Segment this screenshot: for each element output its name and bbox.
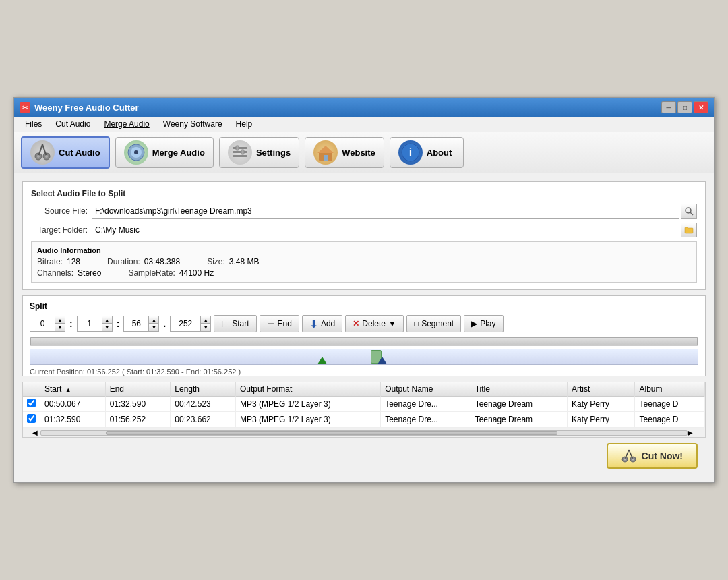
hours-up[interactable]: ▲ [55,316,65,324]
menu-weeny-software[interactable]: Weeny Software [158,118,228,130]
row-checkbox[interactable] [27,414,36,423]
minutes-up[interactable]: ▲ [102,316,112,324]
svg-rect-13 [241,150,244,154]
end-icon: ⊣ [267,318,275,329]
source-browse-button[interactable] [681,204,697,219]
hours-input[interactable] [30,316,55,331]
row-output-name: Teenage Dre... [381,412,471,428]
segments-table: Start ▲ End Length Output Format Output … [23,382,705,428]
menu-files[interactable]: Files [20,118,47,130]
seconds-down[interactable]: ▼ [149,324,158,331]
ms-up[interactable]: ▲ [201,316,210,324]
minutes-input[interactable] [78,316,102,331]
col-length[interactable]: Length [171,382,236,397]
bitrate-label: Bitrate: [37,257,63,266]
scroll-right[interactable]: ▶ [688,429,696,436]
ms-down[interactable]: ▼ [201,324,210,331]
ms-spinner[interactable]: ▲ ▼ [170,316,211,332]
toolbar-cut-audio[interactable]: Cut Audio [21,136,110,169]
cut-now-icon [621,448,636,463]
delete-button[interactable]: ✕ Delete ▼ [345,315,404,332]
waveform-area[interactable] [30,349,698,365]
maximize-button[interactable]: □ [677,101,692,113]
add-label: Add [321,319,335,328]
about-label: About [427,148,452,158]
add-button[interactable]: ⬇ Add [302,315,342,332]
col-output-name[interactable]: Output Name [381,382,471,397]
size-value: 3.48 MB [229,257,260,266]
col-title[interactable]: Title [471,382,567,397]
col-start[interactable]: Start ▲ [40,382,106,397]
split-title: Split [30,301,698,311]
row-album: Teenage D [635,397,705,412]
row-checkbox-cell [23,397,40,412]
svg-point-25 [624,459,626,461]
waveform-scrollbar[interactable] [30,337,698,346]
window-title: Weeny Free Audio Cutter [34,103,139,113]
website-icon [313,140,338,165]
cut-now-label: Cut Now! [642,451,683,461]
cut-now-button[interactable]: Cut Now! [607,443,698,469]
segment-label: Segment [421,319,454,328]
row-title: Teenage Dream [471,412,567,428]
row-start: 00:50.067 [40,397,106,412]
scroll-track[interactable] [40,430,688,436]
toolbar-settings[interactable]: Settings [219,137,299,168]
start-button[interactable]: ⊢ Start [214,315,256,332]
col-artist[interactable]: Artist [567,382,635,397]
delete-icon: ✕ [353,319,359,328]
row-checkbox-cell [23,412,40,428]
col-end[interactable]: End [105,382,171,397]
main-content: Select Audio File to Split Source File: … [14,173,714,482]
toolbar-about[interactable]: i About [390,137,464,168]
col-format[interactable]: Output Format [236,382,381,397]
minutes-spinner-btns: ▲ ▼ [102,316,112,331]
table-row: 00:50.067 01:32.590 00:42.523 MP3 (MPEG … [23,397,705,412]
waveform-container: Current Position: 01:56.252 ( Start: 01:… [30,337,698,370]
scroll-left[interactable]: ◀ [32,429,40,436]
toolbar-website[interactable]: Website [305,137,384,168]
menu-merge-audio[interactable]: Merge Audio [98,118,154,130]
source-label: Source File: [31,206,92,216]
bottom-bar: Cut Now! [22,438,706,474]
minutes-down[interactable]: ▼ [102,324,112,331]
source-section-title: Select Audio File to Split [31,189,697,198]
sep-1: : [69,318,73,329]
close-button[interactable]: ✕ [694,101,708,113]
menu-cut-audio[interactable]: Cut Audio [50,118,96,130]
svg-line-20 [690,212,693,215]
hours-spinner-btns: ▲ ▼ [55,316,65,331]
minimize-button[interactable]: ─ [661,101,676,113]
seconds-input[interactable] [124,316,148,331]
sep-3: . [163,318,166,329]
row-album: Teenage D [635,412,705,428]
svg-point-5 [45,155,48,158]
seconds-up[interactable]: ▲ [149,316,158,324]
svg-rect-16 [324,155,328,161]
end-button[interactable]: ⊣ End [260,315,299,332]
row-checkbox[interactable] [27,399,36,407]
target-folder-input[interactable] [92,223,679,237]
ms-spinner-btns: ▲ ▼ [200,316,210,331]
hours-spinner[interactable]: ▲ ▼ [30,316,65,332]
end-label: End [278,319,292,328]
ms-input[interactable] [171,316,200,331]
sep-2: : [117,318,120,329]
toolbar-merge-audio[interactable]: Merge Audio [115,137,214,168]
play-button[interactable]: ▶ Play [464,315,503,332]
website-label: Website [342,148,375,158]
segment-button[interactable]: □ Segment [406,315,461,332]
table-scrollbar[interactable]: ◀ ▶ [23,428,705,437]
minutes-spinner[interactable]: ▲ ▼ [77,316,113,332]
titlebar: ✂ Weeny Free Audio Cutter ─ □ ✕ [14,98,714,117]
sort-arrow-start: ▲ [65,386,71,393]
menu-help[interactable]: Help [231,118,258,130]
col-album[interactable]: Album [635,382,705,397]
svg-marker-15 [317,146,334,153]
source-file-input[interactable] [92,204,679,219]
merge-audio-icon [124,140,148,165]
seconds-spinner[interactable]: ▲ ▼ [123,316,159,332]
svg-point-26 [632,459,634,461]
hours-down[interactable]: ▼ [55,324,65,331]
target-browse-button[interactable] [681,223,697,237]
